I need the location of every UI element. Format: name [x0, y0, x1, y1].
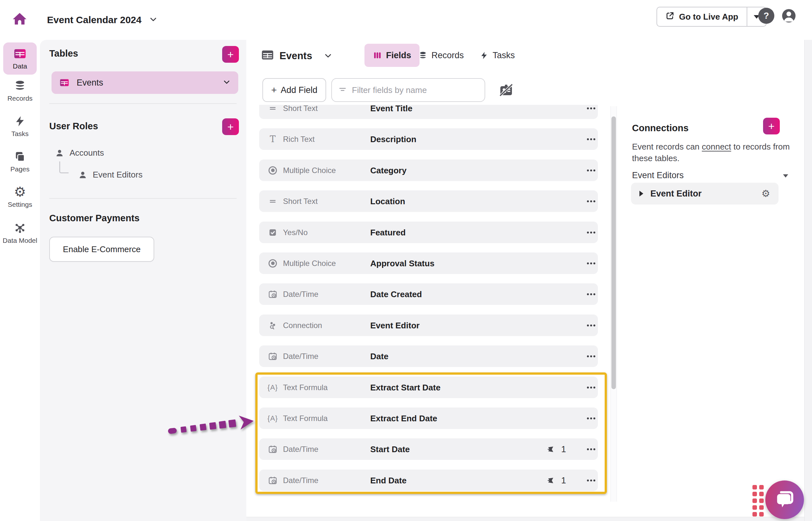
- nav-label: Data Model: [3, 237, 37, 244]
- drag-dots-handle[interactable]: [752, 485, 764, 517]
- add-table-button[interactable]: +: [222, 46, 239, 63]
- field-type-label: Rich Text: [283, 135, 315, 144]
- nav-item-pages[interactable]: Pages: [0, 151, 40, 173]
- short-text-icon: [267, 196, 278, 207]
- tab-tasks[interactable]: Tasks: [480, 44, 515, 67]
- connection-count[interactable]: 1: [547, 475, 566, 485]
- nav-item-data[interactable]: Data: [3, 42, 37, 75]
- chevron-down-icon[interactable]: [223, 78, 231, 87]
- nav-item-records[interactable]: Records: [0, 80, 40, 102]
- field-type-label: Connection: [283, 321, 322, 330]
- field-type-label: Text Formula: [283, 414, 328, 423]
- role-item-label: Event Editors: [93, 170, 143, 180]
- table-item-label: Events: [77, 78, 216, 88]
- enable-ecommerce-label: Enable E-Commerce: [63, 244, 141, 254]
- row-menu-button[interactable]: [587, 417, 589, 420]
- row-menu-button[interactable]: [587, 138, 589, 140]
- row-menu-button[interactable]: [587, 263, 589, 264]
- field-row[interactable]: Multiple Choice Approval Status: [259, 252, 598, 274]
- field-row[interactable]: Short Text Event Title: [259, 105, 598, 119]
- enable-ecommerce-button[interactable]: Enable E-Commerce: [49, 237, 154, 262]
- top-bar: Event Calendar 2024 Go to Live App ?: [0, 0, 812, 40]
- plus-icon: +: [271, 85, 277, 95]
- connection-count[interactable]: 1: [547, 444, 566, 454]
- row-menu-button[interactable]: [587, 108, 589, 109]
- field-row[interactable]: {A} Text Formula Extract End Date: [259, 407, 598, 429]
- plus-icon: +: [227, 49, 234, 60]
- field-name: Start Date: [370, 444, 410, 454]
- date-time-icon: [267, 444, 278, 455]
- group-caret-icon[interactable]: [783, 174, 788, 178]
- field-type-label: Date/Time: [283, 290, 318, 299]
- row-menu-button[interactable]: [587, 355, 589, 357]
- row-menu-button[interactable]: [587, 387, 589, 388]
- row-menu-button[interactable]: [587, 479, 589, 481]
- field-row[interactable]: Date/Time Date Created: [259, 283, 598, 305]
- tab-label: Fields: [386, 50, 411, 61]
- tree-connector: [59, 161, 69, 173]
- role-item-accounts[interactable]: Accounts: [55, 148, 104, 158]
- field-row[interactable]: Connection Event Editor: [259, 315, 598, 336]
- pages-icon: [14, 151, 26, 163]
- field-name: Approval Status: [370, 258, 434, 268]
- field-row[interactable]: {A} Text Formula Extract Start Date: [259, 377, 598, 398]
- account-button[interactable]: [781, 8, 797, 25]
- app-switcher-chevron-icon[interactable]: [149, 15, 157, 25]
- filter-fields-input[interactable]: [351, 85, 478, 95]
- hide-field-preview-button[interactable]: [498, 82, 514, 99]
- short-text-icon: [267, 105, 278, 114]
- add-field-button[interactable]: + Add Field: [262, 78, 326, 102]
- row-menu-button[interactable]: [587, 231, 589, 233]
- connection-item-event-editor[interactable]: Event Editor ⚙: [631, 183, 778, 205]
- person-icon: [55, 148, 64, 158]
- connection-count-value: 1: [561, 475, 566, 485]
- help-button[interactable]: ?: [758, 8, 774, 24]
- multiple-choice-icon: [267, 257, 278, 269]
- field-name: Description: [370, 134, 416, 144]
- field-row[interactable]: Yes/No Featured: [259, 222, 598, 243]
- filter-icon: [338, 85, 347, 95]
- field-row[interactable]: Date/Time End Date 1: [259, 470, 598, 491]
- expand-triangle-icon[interactable]: [639, 191, 643, 197]
- scrollbar-thumb[interactable]: [612, 116, 616, 389]
- row-menu-button[interactable]: [587, 324, 589, 326]
- field-row[interactable]: Date/Time Date: [259, 345, 598, 367]
- nav-item-tasks[interactable]: Tasks: [0, 115, 40, 138]
- nav-item-data-model[interactable]: Data Model: [0, 222, 40, 244]
- tab-records[interactable]: Records: [419, 44, 464, 67]
- tab-fields[interactable]: Fields: [364, 44, 420, 67]
- field-name: Date Created: [370, 289, 422, 299]
- row-menu-button[interactable]: [587, 200, 589, 202]
- tab-label: Records: [431, 50, 464, 61]
- table-title-chevron-icon[interactable]: [324, 51, 332, 61]
- gear-icon[interactable]: ⚙: [762, 189, 770, 199]
- field-row[interactable]: Short Text Location: [259, 190, 598, 212]
- nav-item-settings[interactable]: ⚙ Settings: [0, 186, 40, 208]
- field-type-label: Short Text: [283, 105, 318, 113]
- row-menu-button[interactable]: [587, 169, 589, 172]
- nav-label: Records: [7, 94, 33, 102]
- left-nav-rail: Data Records Tasks Pages ⚙ Settings Data…: [0, 40, 40, 521]
- table-icon: [59, 77, 69, 88]
- tables-panel: Tables + Events User Roles + Accounts Ev…: [40, 40, 246, 521]
- field-row[interactable]: Date/Time Start Date 1: [259, 438, 598, 460]
- role-item-event-editors[interactable]: Event Editors: [78, 170, 143, 180]
- database-icon: [419, 51, 427, 60]
- add-connection-button[interactable]: +: [763, 118, 780, 134]
- home-icon[interactable]: [12, 12, 27, 28]
- row-menu-button[interactable]: [587, 448, 589, 450]
- add-user-role-button[interactable]: +: [222, 118, 239, 135]
- table-item-events[interactable]: Events: [51, 71, 238, 94]
- row-menu-button[interactable]: [587, 293, 589, 295]
- field-type-label: Date/Time: [283, 445, 318, 454]
- go-to-live-app-button[interactable]: Go to Live App: [657, 11, 747, 23]
- user-roles-header: User Roles: [49, 121, 98, 132]
- field-row[interactable]: Multiple Choice Category: [259, 160, 598, 181]
- field-row[interactable]: T Rich Text Description: [259, 128, 598, 150]
- field-type-label: Multiple Choice: [283, 259, 336, 268]
- field-name: End Date: [370, 475, 407, 485]
- field-type-label: Yes/No: [283, 228, 308, 237]
- field-name: Event Title: [370, 105, 412, 113]
- chat-button[interactable]: [765, 480, 804, 519]
- connect-link[interactable]: connect: [702, 142, 731, 152]
